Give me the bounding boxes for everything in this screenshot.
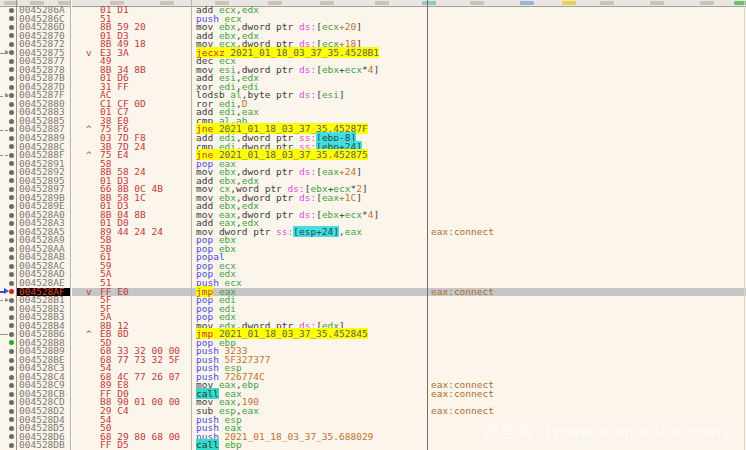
disasm-row[interactable]: 004528B25Fpop edi	[0, 305, 746, 314]
disasm-row[interactable]: 004528BE68 77 73 32 5Fpush 5F327377	[0, 356, 746, 365]
instr-token-seg: ds:	[299, 209, 316, 220]
breakpoint-dot[interactable]	[9, 383, 14, 388]
disasm-row[interactable]: 0045286A01 D1add ecx,edx	[0, 6, 746, 15]
breakpoint-dot[interactable]	[9, 264, 14, 269]
breakpoint-dot[interactable]	[9, 187, 14, 192]
breakpoint-dot[interactable]	[9, 76, 14, 81]
disasm-row[interactable]: 004528B6^EB 8Djmp 2021_01_18_03_37_35.45…	[0, 330, 746, 339]
breakpoint-dot[interactable]	[9, 178, 14, 183]
breakpoint-dot[interactable]	[9, 340, 14, 345]
breakpoint-dot[interactable]	[9, 85, 14, 90]
breakpoint-dot[interactable]	[9, 59, 14, 64]
disasm-row[interactable]: 00452875vE3 3Ajecxz 2021_01_18_03_37_35.…	[0, 49, 746, 58]
instr-token-txt: ]	[356, 192, 362, 203]
breakpoint-dot[interactable]	[9, 170, 14, 175]
breakpoint-dot[interactable]	[9, 127, 14, 132]
instr-token-reg: ebp	[225, 439, 242, 450]
breakpoint-dot[interactable]	[9, 42, 14, 47]
breakpoint-dot[interactable]	[9, 349, 14, 354]
bytes-cell: 68 4C 77 26 07	[72, 373, 191, 382]
breakpoint-dot[interactable]	[9, 238, 14, 243]
disasm-row[interactable]: 0045288F^75 E4jne 2021_01_18_03_37_35.45…	[0, 151, 746, 160]
instr-token-reg: eax	[322, 166, 339, 177]
disasm-row[interactable]: 004528AD5Apop edx	[0, 270, 746, 279]
breakpoint-dot[interactable]	[9, 358, 14, 363]
breakpoint-dot[interactable]	[9, 247, 14, 252]
bytes-cell: 5A	[72, 313, 191, 322]
breakpoint-dot[interactable]	[9, 230, 14, 235]
breakpoint-dot[interactable]	[9, 306, 14, 311]
toolbar-icon-fragment	[734, 1, 746, 5]
breakpoint-dot[interactable]	[9, 281, 14, 286]
comment-cell: eax:connect	[428, 228, 746, 237]
breakpoint-dot[interactable]	[9, 255, 14, 260]
breakpoint-dot[interactable]	[9, 50, 14, 55]
breakpoint-dot[interactable]	[9, 443, 14, 448]
bytes-cell: vFF E0	[72, 288, 191, 297]
opcode-bytes: 68 77 73 32 5F	[100, 356, 180, 365]
instr-token-mem: [esp+24]	[293, 226, 339, 237]
breakpoint-dot[interactable]	[9, 434, 14, 439]
breakpoint-dot[interactable]	[9, 153, 14, 158]
breakpoint-dot[interactable]	[9, 392, 14, 397]
bytes-cell: 89 44 24 24	[72, 228, 191, 237]
bytes-cell: vE3 3A	[72, 49, 191, 58]
breakpoint-dot[interactable]	[9, 119, 14, 124]
disasm-row[interactable]: 004528AB61popal	[0, 253, 746, 262]
jump-line	[0, 334, 8, 335]
disasm-row[interactable]: 004528AA5Bpop ebx	[0, 245, 746, 254]
instr-token-seg: ss:	[276, 226, 293, 237]
jump-direction-mark: ^	[86, 330, 92, 339]
instr-token-seg: ds:	[299, 89, 316, 100]
jump-direction-mark: ^	[86, 151, 92, 160]
breakpoint-dot[interactable]	[9, 25, 14, 30]
breakpoint-dot[interactable]	[9, 195, 14, 200]
breakpoint-dot[interactable]	[9, 8, 14, 13]
breakpoint-dot[interactable]	[9, 272, 14, 277]
breakpoint-dot[interactable]	[9, 33, 14, 38]
breakpoint-dot[interactable]	[9, 315, 14, 320]
breakpoint-dot[interactable]	[9, 366, 14, 371]
breakpoint-dot[interactable]	[9, 16, 14, 21]
toolbar-icon-fragment	[4, 1, 18, 5]
breakpoint-dot[interactable]	[9, 400, 14, 405]
toolbar-icon-fragment	[320, 1, 334, 5]
breakpoint-dot[interactable]	[9, 375, 14, 380]
breakpoint-dot[interactable]	[9, 136, 14, 141]
disasm-row[interactable]: 004528A95Bpop ebx	[0, 236, 746, 245]
breakpoint-dot[interactable]	[9, 332, 14, 337]
breakpoint-dot[interactable]	[9, 213, 14, 218]
breakpoint-dot[interactable]	[9, 204, 14, 209]
instr-token-seg: ds:	[299, 192, 316, 203]
bytes-cell: ^EB 8D	[72, 330, 191, 339]
breakpoint-dot[interactable]	[9, 144, 14, 149]
breakpoint-dot[interactable]	[9, 289, 14, 294]
breakpoint-dot[interactable]	[9, 110, 14, 115]
breakpoint-dot[interactable]	[9, 409, 14, 414]
address-cell[interactable]: 004528DB	[17, 441, 70, 450]
disasm-row[interactable]: 004528A589 44 24 24mov dword ptr ss:[esp…	[0, 228, 746, 237]
debugger-disassembly-view: 0045286A01 D1add ecx,edx0045286C51push e…	[0, 0, 746, 450]
bytes-cell: 68 77 73 32 5F	[72, 356, 191, 365]
disasm-row[interactable]: 004528D229 C4sub esp,eaxeax:connect	[0, 407, 746, 416]
breakpoint-dot[interactable]	[9, 221, 14, 226]
disasm-row[interactable]: 004528B15Fpop edi	[0, 296, 746, 305]
disasm-row[interactable]: 004528D454push esp	[0, 416, 746, 425]
disasm-row[interactable]: 004528AC59pop ecx	[0, 262, 746, 271]
bytes-cell: 5B	[72, 236, 191, 245]
breakpoint-dot[interactable]	[9, 102, 14, 107]
breakpoint-dot[interactable]	[9, 298, 14, 303]
breakpoint-dot[interactable]	[9, 67, 14, 72]
instr-token-reg: ebx	[322, 64, 339, 75]
breakpoint-dot[interactable]	[9, 323, 14, 328]
instr-token-txt: ]	[339, 89, 345, 100]
disasm-row[interactable]: 004528DBFF D5call ebp	[0, 441, 746, 450]
toolbar-icon-fragment	[700, 1, 714, 5]
disasm-row-current[interactable]: 004528AFvFF E0jmp eaxeax:connect	[0, 288, 746, 297]
disasm-row[interactable]: 0045287D31 FFxor edi,edi	[0, 83, 746, 92]
breakpoint-dot[interactable]	[9, 93, 14, 98]
breakpoint-dot[interactable]	[9, 426, 14, 431]
breakpoint-dot[interactable]	[9, 417, 14, 422]
breakpoint-dot[interactable]	[9, 161, 14, 166]
bytes-cell: 59	[72, 262, 191, 271]
